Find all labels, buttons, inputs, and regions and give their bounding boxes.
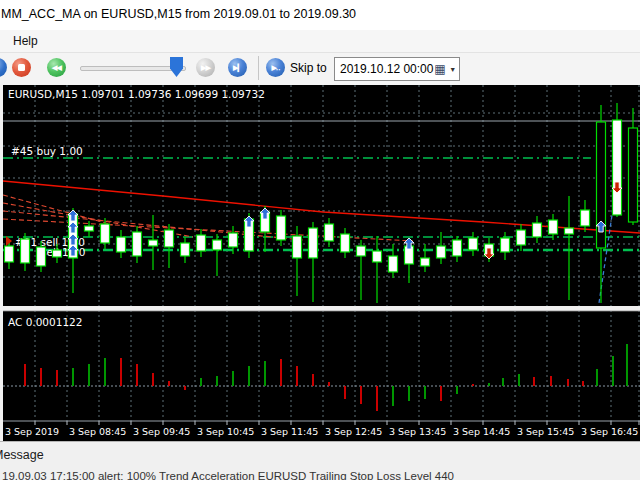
skip-to-icon: ▶‥ (271, 64, 279, 71)
clipped-toolbar-icon[interactable] (0, 58, 7, 77)
svg-text:3 Sep 13:45: 3 Sep 13:45 (389, 426, 446, 437)
menu-item-help[interactable]: Help (6, 30, 45, 52)
toolbar: ◀◀ ▶▶ ▶▎ ▶‥ Skip to 2019.10.12 00:00 ▦ ▼ (0, 53, 640, 86)
chevron-down-icon[interactable]: ▼ (447, 66, 459, 73)
svg-text:3 Sep 08:45: 3 Sep 08:45 (69, 426, 126, 437)
journal-column-message: Message (0, 448, 44, 462)
journal-last-row: 19.09.03 17:15:00 alert: 100% Trend Acce… (2, 470, 454, 480)
skip-to-button[interactable]: ▶‥ (266, 58, 285, 77)
stop-button[interactable] (12, 58, 31, 77)
fast-forward-icon: ▶▶ (201, 64, 210, 71)
svg-text:3 Sep 11:45: 3 Sep 11:45 (261, 426, 318, 437)
svg-text:AC 0.0001122: AC 0.0001122 (8, 316, 82, 328)
rewind-button[interactable]: ◀◀ (47, 58, 66, 77)
rewind-icon: ◀◀ (52, 64, 61, 71)
journal-panel: Message 19.09.03 17:15:00 alert: 100% Tr… (0, 441, 640, 480)
svg-text:3 Sep 09:45: 3 Sep 09:45 (133, 426, 190, 437)
svg-text:3 Sep 10:45: 3 Sep 10:45 (197, 426, 254, 437)
skip-to-label: Skip to (290, 53, 327, 85)
fast-forward-button[interactable]: ▶▶ (196, 58, 215, 77)
svg-text:3 Sep 2019: 3 Sep 2019 (5, 426, 59, 437)
title-bar: MM_ACC_MA on EURUSD,M15 from 2019.09.01 … (0, 0, 640, 30)
skip-to-datetime-combo[interactable]: 2019.10.12 00:00 ▦ ▼ (334, 57, 460, 81)
svg-text:#45 buy 1.00: #45 buy 1.00 (11, 145, 83, 157)
skip-to-end-icon: ▶▎ (233, 64, 242, 71)
window-title: MM_ACC_MA on EURUSD,M15 from 2019.09.01 … (1, 7, 356, 21)
svg-text:3 Sep 14:45: 3 Sep 14:45 (453, 426, 510, 437)
skip-to-end-button[interactable]: ▶▎ (228, 58, 247, 77)
svg-text:3 Sep 12:45: 3 Sep 12:45 (325, 426, 382, 437)
menu-bar: Help (0, 30, 640, 53)
stop-icon (18, 64, 25, 71)
svg-text:3 Sep 16:45: 3 Sep 16:45 (581, 426, 638, 437)
calendar-icon[interactable]: ▦ (433, 63, 446, 75)
toolbar-separator (258, 56, 259, 80)
svg-text:sell 1.00: sell 1.00 (41, 246, 85, 258)
speed-slider-thumb[interactable] (170, 57, 183, 77)
chart-svg[interactable]: #45 buy 1.00#31 sell 1.00sell 1.00AC 0.0… (3, 85, 640, 441)
svg-text:3 Sep 15:45: 3 Sep 15:45 (517, 426, 574, 437)
chart-panel[interactable]: #45 buy 1.00#31 sell 1.00sell 1.00AC 0.0… (0, 85, 640, 441)
svg-text:EURUSD,M15 1.09701 1.09736 1.: EURUSD,M15 1.09701 1.09736 1.09699 1.097… (8, 88, 265, 100)
skip-to-datetime-value[interactable]: 2019.10.12 00:00 (335, 62, 433, 76)
tester-visualization-window: MM_ACC_MA on EURUSD,M15 from 2019.09.01 … (0, 0, 640, 480)
